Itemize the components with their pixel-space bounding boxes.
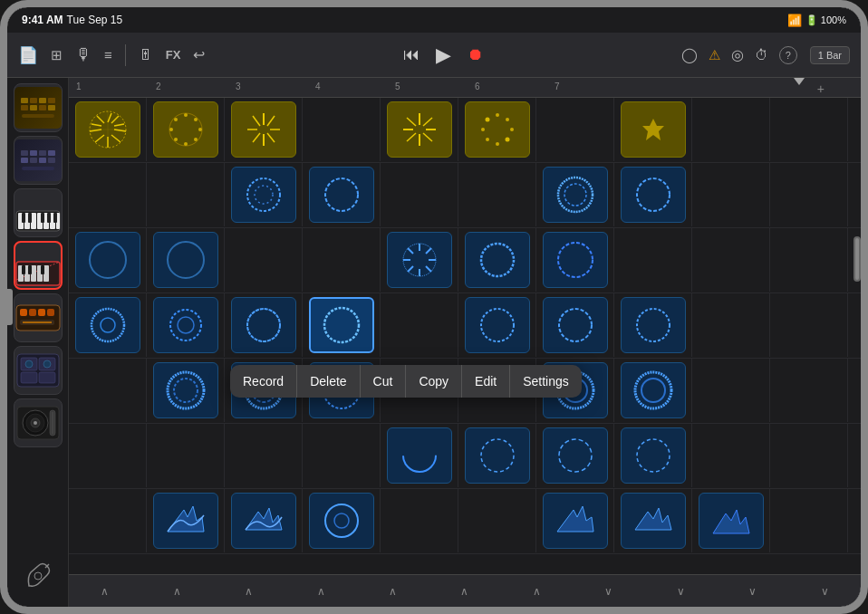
chevron-down-3[interactable]: ∨ bbox=[717, 575, 788, 607]
track-cell-5-1[interactable] bbox=[69, 359, 147, 422]
play-button[interactable]: ▶ bbox=[436, 43, 451, 67]
help-button[interactable]: ? bbox=[779, 46, 797, 64]
track-cell-7-6[interactable] bbox=[458, 489, 536, 552]
tracks-view-button[interactable]: ⊞ bbox=[51, 47, 63, 63]
track-cell-6-7[interactable] bbox=[536, 424, 614, 487]
loop-pattern-blue-2-7[interactable] bbox=[543, 167, 608, 223]
chevron-up-1[interactable]: ∧ bbox=[69, 575, 140, 607]
record-button[interactable]: ⏺ bbox=[468, 45, 484, 64]
track-cell-1-4[interactable] bbox=[303, 98, 381, 161]
track-cell-3-7[interactable] bbox=[536, 228, 614, 292]
loop-cell-empty-3-10[interactable] bbox=[776, 232, 842, 288]
track-cell-3-9[interactable] bbox=[692, 228, 770, 292]
loop-pattern-blue-3-1[interactable] bbox=[75, 232, 140, 288]
track-cell-6-6[interactable] bbox=[458, 424, 536, 487]
context-menu-record[interactable]: Record bbox=[230, 365, 297, 398]
track-cell-7-1[interactable] bbox=[69, 489, 147, 552]
loop-pattern-blue-6-8[interactable] bbox=[621, 427, 686, 484]
chevron-up-2[interactable]: ∧ bbox=[140, 575, 212, 607]
loop-cell-empty-1-4[interactable] bbox=[309, 101, 374, 158]
loop-cell-empty-2-2[interactable] bbox=[153, 167, 218, 223]
track-cell-3-2[interactable] bbox=[147, 228, 225, 292]
loop-pattern-blue-3-5[interactable] bbox=[387, 232, 452, 288]
track-cell-2-7[interactable] bbox=[536, 163, 614, 226]
bar-indicator[interactable]: 1 Bar bbox=[810, 46, 850, 64]
context-menu-copy[interactable]: Copy bbox=[406, 365, 462, 398]
sidebar-item-sampler[interactable] bbox=[14, 346, 63, 395]
track-cell-5-8[interactable] bbox=[614, 359, 692, 422]
track-cell-2-8[interactable] bbox=[614, 163, 692, 226]
sidebar-item-synth[interactable] bbox=[14, 293, 63, 342]
loop-cell-empty-3-8[interactable] bbox=[621, 232, 686, 288]
track-cell-3-4[interactable] bbox=[303, 228, 381, 292]
track-cell-3-10[interactable] bbox=[770, 228, 848, 292]
loop-pattern-blue-4-2[interactable] bbox=[153, 297, 218, 353]
loop-cell-empty-5-9[interactable] bbox=[699, 362, 764, 418]
track-cell-1-3[interactable] bbox=[225, 98, 303, 161]
undo-button[interactable]: ↩ bbox=[193, 46, 205, 63]
track-cell-2-3[interactable] bbox=[225, 163, 303, 226]
track-cell-1-1[interactable] bbox=[69, 98, 147, 161]
track-cell-4-4[interactable] bbox=[303, 293, 381, 357]
metronome-button[interactable]: ◯ bbox=[681, 46, 698, 63]
add-marker-button[interactable]: + bbox=[817, 82, 825, 96]
track-cell-5-10[interactable] bbox=[770, 359, 848, 422]
loop-pattern-waveform-7-8[interactable] bbox=[621, 493, 686, 549]
loop-cell-empty-4-10[interactable] bbox=[776, 297, 842, 353]
track-cell-2-2[interactable] bbox=[147, 163, 225, 226]
loop-cell-empty-7-6[interactable] bbox=[465, 493, 530, 549]
mixer-button[interactable]: 🎚 bbox=[139, 47, 153, 63]
loop-pattern-yellow-1[interactable] bbox=[75, 101, 140, 158]
track-cell-7-3[interactable] bbox=[225, 489, 303, 552]
track-cell-6-10[interactable] bbox=[770, 424, 848, 487]
new-song-button[interactable]: 📄 bbox=[18, 45, 38, 65]
loop-pattern-yellow-6[interactable] bbox=[465, 101, 530, 158]
loop-cell-empty-2-9[interactable] bbox=[699, 167, 764, 223]
track-cell-7-10[interactable] bbox=[770, 489, 848, 552]
track-cell-1-10[interactable] bbox=[770, 98, 848, 161]
track-cell-1-6[interactable] bbox=[458, 98, 536, 161]
track-cell-6-5[interactable] bbox=[381, 424, 458, 487]
loop-pattern-yellow-8[interactable] bbox=[621, 101, 686, 158]
loop-cell-empty-2-6[interactable] bbox=[465, 167, 530, 223]
track-cell-4-1[interactable] bbox=[69, 293, 147, 357]
loop-pattern-selected-4-4[interactable] bbox=[309, 297, 374, 353]
loop-cell-empty-6-10[interactable] bbox=[776, 427, 842, 484]
loop-pattern-blue-3-6[interactable] bbox=[465, 232, 530, 288]
fx-button[interactable]: FX bbox=[166, 48, 181, 62]
track-cell-2-1[interactable] bbox=[69, 163, 147, 226]
loop-cell-empty-7-1[interactable] bbox=[75, 493, 140, 549]
loop-cell-empty-4-5[interactable] bbox=[387, 297, 452, 353]
warning-button[interactable]: ⚠ bbox=[709, 47, 720, 63]
loop-pattern-blue-2-8[interactable] bbox=[621, 167, 686, 223]
track-cell-6-1[interactable] bbox=[69, 424, 147, 487]
context-menu-delete[interactable]: Delete bbox=[297, 365, 360, 398]
track-cell-2-9[interactable] bbox=[692, 163, 770, 226]
loop-cell-empty-2-5[interactable] bbox=[387, 167, 452, 223]
loop-cell-empty-5-1[interactable] bbox=[75, 362, 140, 418]
track-cell-3-3[interactable] bbox=[225, 228, 303, 292]
sidebar-item-drum2[interactable] bbox=[14, 136, 63, 185]
chevron-up-5[interactable]: ∧ bbox=[357, 575, 429, 607]
track-cell-7-7[interactable] bbox=[536, 489, 614, 552]
clock-button[interactable]: ⏱ bbox=[755, 47, 768, 62]
chevron-up-7[interactable]: ∧ bbox=[501, 575, 573, 607]
loop-cell-empty-3-9[interactable] bbox=[699, 232, 764, 288]
track-cell-1-2[interactable] bbox=[147, 98, 225, 161]
loop-pattern-blue-4-3[interactable] bbox=[231, 297, 296, 353]
chevron-up-4[interactable]: ∧ bbox=[285, 575, 356, 607]
loop-pattern-blue-5-8[interactable] bbox=[621, 362, 686, 418]
headphones-button[interactable]: ◎ bbox=[731, 46, 744, 63]
track-cell-4-5[interactable] bbox=[381, 293, 458, 357]
loop-pattern-blue-4-6[interactable] bbox=[465, 297, 530, 353]
track-cell-5-2[interactable] bbox=[147, 359, 225, 422]
chevron-up-6[interactable]: ∧ bbox=[429, 575, 500, 607]
track-cell-1-5[interactable] bbox=[381, 98, 458, 161]
track-cell-2-4[interactable] bbox=[303, 163, 381, 226]
track-cell-4-3[interactable] bbox=[225, 293, 303, 357]
track-cell-6-2[interactable] bbox=[147, 424, 225, 487]
sidebar-item-turntable[interactable] bbox=[14, 398, 63, 447]
track-cell-6-3[interactable] bbox=[225, 424, 303, 487]
list-button[interactable]: ≡ bbox=[104, 47, 112, 62]
track-cell-1-8[interactable] bbox=[614, 98, 692, 161]
